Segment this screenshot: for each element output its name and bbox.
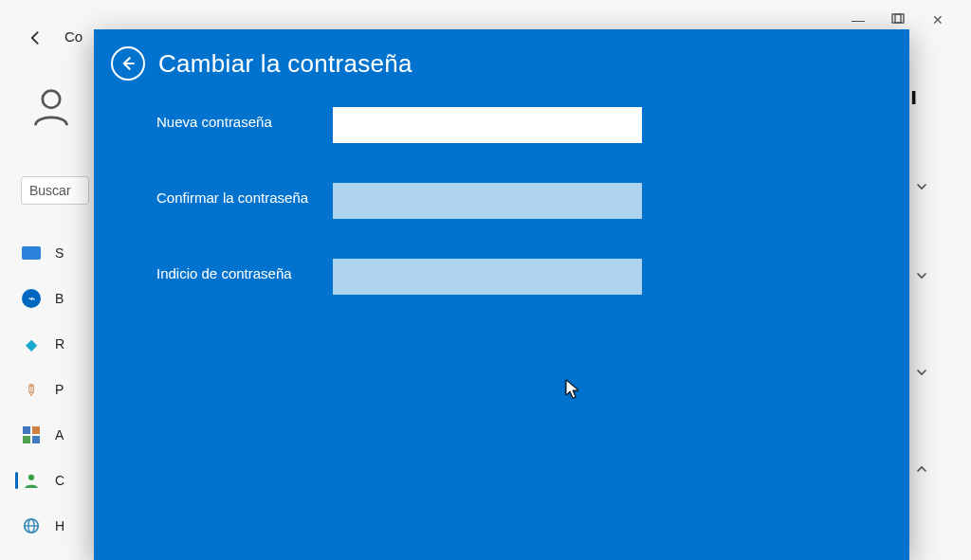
- sidebar-item-accounts[interactable]: C: [21, 470, 93, 491]
- sidebar-item-bluetooth[interactable]: ⌁ B: [21, 288, 93, 309]
- dialog-title: Cambiar la contraseña: [158, 49, 412, 79]
- confirm-password-label: Confirmar la contraseña: [156, 183, 333, 208]
- sidebar-item-label: S: [55, 245, 64, 261]
- svg-point-2: [43, 91, 60, 108]
- page-title-fragment: ı: [910, 81, 941, 111]
- minimize-button[interactable]: ―: [852, 13, 865, 27]
- svg-rect-0: [892, 14, 901, 23]
- password-form: Nueva contraseña Confirmar la contraseña…: [94, 90, 909, 295]
- sidebar-item-apps[interactable]: A: [21, 425, 93, 445]
- close-button[interactable]: ✕: [931, 13, 944, 27]
- sidebar-nav: S ⌁ B ◆ R ✎ P A C H: [21, 243, 93, 536]
- apps-icon: [21, 425, 42, 445]
- new-password-label: Nueva contraseña: [156, 107, 333, 132]
- sidebar-item-network[interactable]: ◆ R: [21, 334, 93, 354]
- svg-point-3: [28, 475, 34, 480]
- svg-rect-1: [895, 14, 904, 23]
- person-icon: [21, 470, 42, 491]
- brush-icon: ✎: [16, 374, 46, 404]
- sidebar-item-label: P: [55, 382, 64, 397]
- search-placeholder: Buscar: [29, 183, 71, 198]
- dialog-back-button[interactable]: [111, 46, 145, 81]
- bluetooth-icon: ⌁: [21, 288, 42, 309]
- maximize-button[interactable]: [891, 13, 905, 27]
- sidebar-item-system[interactable]: S: [21, 243, 93, 263]
- sidebar-item-time-language[interactable]: H: [21, 515, 93, 536]
- new-password-input[interactable]: [333, 107, 642, 143]
- password-hint-input[interactable]: [333, 259, 642, 295]
- confirm-password-input[interactable]: [333, 183, 642, 219]
- sidebar-item-personalization[interactable]: ✎ P: [21, 379, 93, 400]
- user-avatar-icon: [30, 85, 72, 131]
- sidebar-item-label: B: [55, 291, 64, 306]
- sidebar-item-label: C: [55, 473, 64, 488]
- change-password-dialog: Cambiar la contraseña Nueva contraseña C…: [94, 29, 909, 560]
- page-header-fragment: ı: [910, 81, 941, 111]
- sidebar-item-label: A: [55, 427, 64, 443]
- globe-icon: [21, 515, 42, 536]
- password-hint-label: Indicio de contraseña: [156, 259, 333, 283]
- sidebar-item-label: R: [55, 336, 64, 352]
- breadcrumb: Co: [64, 28, 82, 45]
- wifi-icon: ◆: [21, 334, 42, 354]
- sidebar-item-label: H: [55, 518, 64, 533]
- search-input[interactable]: Buscar: [21, 176, 89, 205]
- monitor-icon: [21, 243, 42, 263]
- back-arrow-icon[interactable]: [27, 28, 46, 52]
